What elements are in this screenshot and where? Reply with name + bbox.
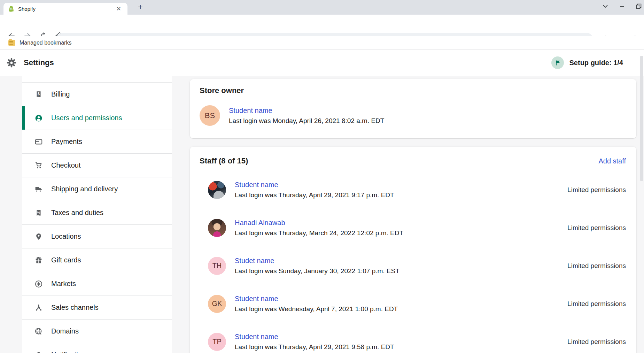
shopify-favicon-icon: S [8,5,15,12]
sidebar-item-taxes-and-duties[interactable]: % Taxes and duties [22,201,172,225]
tax-receipt-icon: % [35,209,42,217]
page-title: Settings [24,58,54,67]
staff-permission: Limited permissions [567,186,626,194]
staff-avatar-photo [208,219,226,237]
staff-row: GK Student name Last login was Wednesday… [190,285,636,323]
settings-sidebar: $ Billing Users and permissions Payments… [22,76,172,353]
bookmarks-bar: Managed bookmarks [0,36,644,49]
tab-close-icon[interactable]: ✕ [114,5,123,13]
staff-row: Hanadi Alnawab Last login was Thursday, … [190,209,636,247]
staff-permission: Limited permissions [567,300,626,308]
staff-heading: Staff (8 of 15) [200,156,248,166]
managed-bookmarks-folder-icon [8,40,15,46]
staff-permission: Limited permissions [567,262,626,270]
staff-card-header: Staff (8 of 15) Add staff [200,156,626,166]
staff-avatar-photo [208,181,226,199]
staff-permission: Limited permissions [567,338,626,346]
bell-icon [35,351,42,353]
new-tab-button[interactable]: + [135,2,146,13]
staff-name-link[interactable]: Student name [235,333,394,341]
billing-receipt-icon: $ [35,91,42,98]
staff-avatar-initials: TP [208,333,226,351]
staff-last-login: Last login was Wednesday, April 7, 2021 … [235,305,398,313]
setup-guide-label: Setup guide: 1/4 [569,59,623,67]
store-owner-card: Store owner BS Student name Last login w… [190,79,636,138]
store-owner-avatar: BS [200,105,220,126]
staff-row: Student name Last login was Thursday, Ap… [190,171,636,209]
sidebar-item-partial-top [22,76,172,83]
svg-text:$: $ [38,92,40,95]
credit-card-icon [35,138,42,146]
window-restore-icon[interactable] [636,3,642,9]
svg-text:%: % [37,210,40,214]
page-scrollbar[interactable] [640,56,643,181]
network-icon [35,304,42,312]
globe-compass-icon [35,280,42,288]
staff-name-link[interactable]: Hanadi Alnawab [235,219,403,227]
gear-icon [6,57,17,68]
sidebar-item-billing[interactable]: $ Billing [22,83,172,106]
store-owner-row: BS Student name Last login was Monday, A… [200,105,626,126]
sidebar-item-locations[interactable]: Locations [22,225,172,248]
map-pin-icon [35,233,42,240]
staff-last-login: Last login was Thursday, April 29, 2021 … [235,191,394,199]
browser-tab-strip: S Shopify ✕ + [0,0,644,15]
tab-search-chevron-icon[interactable] [602,3,608,9]
store-owner-heading: Store owner [200,86,244,95]
sidebar-item-sales-channels[interactable]: Sales channels [22,296,172,320]
window-minimize-icon[interactable] [619,3,625,9]
staff-permission: Limited permissions [567,224,626,232]
staff-name-link[interactable]: Student name [235,181,394,189]
sidebar-item-notifications[interactable]: Notifications [22,343,172,353]
cart-icon [35,162,42,169]
svg-text:S: S [10,7,12,11]
staff-row: TP Student name Last login was Thursday,… [190,323,636,353]
staff-last-login: Last login was Thursday, April 29, 2021 … [235,343,394,351]
flag-icon [551,56,564,69]
sidebar-item-markets[interactable]: Markets [22,272,172,296]
tab-title: Shopify [18,6,114,12]
sidebar-item-users-and-permissions[interactable]: Users and permissions [22,106,172,130]
staff-avatar-initials: TH [208,257,226,275]
gift-icon [35,256,42,264]
staff-name-link[interactable]: Student name [235,295,398,303]
browser-toolbar: humber-spa.myshopify.com/admin/settings/… [0,15,644,36]
browser-tab[interactable]: S Shopify ✕ [3,3,127,15]
settings-header: Settings Setup guide: 1/4 [0,49,644,76]
store-owner-last-login: Last login was Monday, April 26, 2021 8:… [229,117,384,125]
staff-name-link[interactable]: Studet name [235,257,399,265]
truck-icon [35,185,42,193]
staff-card: Staff (8 of 15) Add staff Student name L… [190,147,636,353]
sidebar-item-gift-cards[interactable]: Gift cards [22,248,172,272]
globe-cursor-icon [35,328,42,335]
setup-guide-button[interactable]: Setup guide: 1/4 [551,56,623,69]
sidebar-item-shipping-and-delivery[interactable]: Shipping and delivery [22,177,172,201]
sidebar-item-payments[interactable]: Payments [22,130,172,154]
add-staff-link[interactable]: Add staff [598,157,626,165]
user-circle-icon [35,114,42,122]
staff-last-login: Last login was Thursday, March 24, 2022 … [235,229,403,237]
sidebar-item-domains[interactable]: Domains [22,320,172,343]
sidebar-item-checkout[interactable]: Checkout [22,154,172,177]
staff-last-login: Last login was Sunday, January 30, 2022 … [235,267,399,275]
store-owner-name-link[interactable]: Student name [229,107,384,115]
managed-bookmarks-label[interactable]: Managed bookmarks [20,40,71,46]
staff-row: TH Studet name Last login was Sunday, Ja… [190,247,636,285]
staff-avatar-initials: GK [208,295,226,313]
